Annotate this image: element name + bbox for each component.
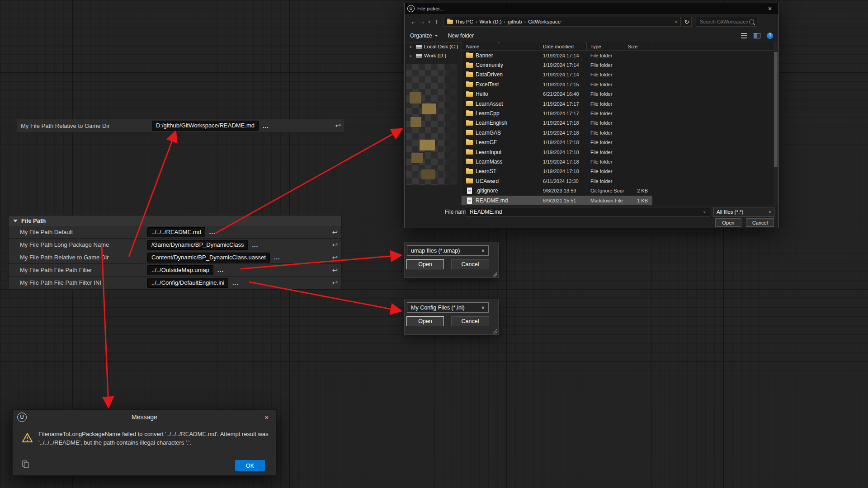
file-path-value-box[interactable]: Content/Dynamic/BP_DynamicClass.uasset [147,253,270,263]
close-icon[interactable]: × [262,413,272,421]
refresh-icon[interactable]: ↻ [682,17,692,27]
column-header-size[interactable]: Size [624,42,652,50]
resize-grip[interactable] [493,272,497,277]
new-folder-button[interactable]: New folder [448,33,474,39]
close-icon[interactable]: × [764,5,776,12]
file-picker-window: U File picker... × ← → ∨ ↑ This PC › Wor… [404,3,779,228]
file-list-row[interactable]: LearnST 1/19/2024 17:18 File folder [462,167,652,176]
help-icon[interactable]: ? [767,33,773,39]
property-row: My File Path File Path Filter INI ../../… [8,277,342,289]
cancel-button[interactable]: Cancel [451,316,489,326]
breadcrumb[interactable]: This PC › Work (D:) › github › GitWorksp… [443,17,681,27]
revert-to-default-icon[interactable]: ↩ [332,228,338,236]
preview-pane-icon[interactable] [754,33,760,38]
file-date-modified: 1/19/2024 17:15 [539,82,587,87]
ok-button[interactable]: OK [235,460,265,471]
file-type: Git Ignore Source ... [587,188,624,193]
file-name-dropdown-chevron-icon[interactable]: ∨ [703,210,706,214]
file-type-icon [467,197,472,204]
property-label: My File Path File Path Filter [20,267,147,273]
file-list-row[interactable]: LearnCpp 1/19/2024 17:17 File folder [462,108,652,118]
cancel-button[interactable]: Cancel [746,218,774,227]
browse-ellipsis-button[interactable]: ... [252,241,258,248]
file-type-icon [466,159,473,164]
file-list-row[interactable]: LearnGF 1/19/2024 17:18 File folder [462,138,652,147]
property-row: My File Path Relative to Game Dir Conten… [8,251,342,264]
file-list-row[interactable]: LearnMass 1/19/2024 17:18 File folder [462,157,652,166]
titlebar[interactable]: U File picker... × [405,3,778,14]
file-list-row[interactable]: DataDriven 1/19/2024 17:14 File folder [462,70,652,80]
unreal-logo-icon: U [17,413,27,422]
expander-icon[interactable]: ▸ [410,54,414,58]
breadcrumb-work-d[interactable]: Work (D:) [478,19,503,24]
vertical-scrollbar[interactable] [774,42,778,205]
breadcrumb-github[interactable]: github [506,19,523,24]
sidebar-item-local-disk-c[interactable]: ▸ Local Disk (C:) [405,42,461,51]
revert-to-default-icon[interactable]: ↩ [332,253,338,262]
open-button[interactable]: Open [406,259,444,269]
file-list-row[interactable]: LearnGAS 1/19/2024 17:18 File folder [462,128,652,137]
sort-ascending-icon: ^ [498,41,500,45]
search-box[interactable] [696,17,757,27]
scrollbar-thumb[interactable] [774,52,778,167]
file-list-row[interactable]: LearnEnglish 1/19/2024 17:18 File folder [462,118,652,128]
organize-button[interactable]: Organize [410,33,438,39]
browse-ellipsis-button[interactable]: ... [209,229,216,235]
breadcrumb-this-pc[interactable]: This PC [453,19,475,24]
recent-locations-chevron-icon[interactable]: ∨ [426,19,432,24]
file-path-value-box[interactable]: /Game/Dynamic/BP_DynamicClass [147,240,248,250]
cancel-button[interactable]: Cancel [451,259,489,269]
section-header-file-path[interactable]: File Path [8,215,342,226]
up-icon[interactable]: ↑ [432,18,441,25]
browse-ellipsis-button[interactable]: ... [232,279,239,286]
file-list-row[interactable]: LearnInput 1/19/2024 17:18 File folder [462,147,652,157]
file-type-filter-select[interactable]: My Config Files (*.ini) ∨ [407,302,489,313]
file-rows: Banner 1/19/2024 17:14 File folder Commu… [462,51,652,205]
file-type-select[interactable]: All files (*.*) ∨ [713,207,774,217]
search-input[interactable] [699,19,749,25]
column-header-date-modified[interactable]: Date modified [539,42,587,50]
breadcrumb-gitworkspace[interactable]: GitWorkspace [527,19,562,24]
file-path-value-box[interactable]: D:/github/GitWorkspace/README.md [152,121,259,131]
titlebar[interactable]: U Message × [13,410,276,424]
column-header-name[interactable]: Name [462,42,539,50]
file-name: LearnAsset [476,101,503,107]
forward-icon[interactable]: → [418,18,426,25]
revert-to-default-icon[interactable]: ↩ [332,266,338,274]
back-icon[interactable]: ← [409,18,418,25]
open-button[interactable]: Open [406,316,444,326]
expander-icon[interactable]: ▸ [410,45,414,49]
message-dialog: U Message × FilenameToLongPackageName fa… [12,409,277,476]
change-view-icon[interactable] [741,33,747,38]
file-path-value-box[interactable]: ../../OutsideMap.umap [147,265,213,275]
file-list-row[interactable]: README.md 6/9/2021 15:51 Markdown File 1… [462,196,652,205]
file-date-modified: 9/8/2023 13:59 [539,188,587,193]
browse-ellipsis-button[interactable]: ... [217,267,224,273]
file-path-value-box[interactable]: ../../Config/DefaultEngine.ini [147,278,228,288]
file-size: 1 KB [624,198,652,203]
file-list-row[interactable]: ExcelTest 1/19/2024 17:15 File folder [462,80,652,89]
browse-ellipsis-button[interactable]: ... [263,122,269,129]
file-name-input[interactable] [466,207,710,217]
resize-grip[interactable] [493,329,497,333]
sidebar-item-work-d[interactable]: ▸ Work (D:) [405,51,461,60]
revert-to-default-icon[interactable]: ↩ [335,122,341,130]
open-button[interactable]: Open [715,218,741,227]
address-dropdown-chevron-icon[interactable]: ∨ [675,19,678,24]
copy-to-clipboard-icon[interactable] [22,460,29,470]
file-list-row[interactable]: Banner 1/19/2024 17:14 File folder [462,51,652,60]
file-list-row[interactable]: Community 1/19/2024 17:14 File folder [462,60,652,70]
file-list-row[interactable]: UCAward 6/11/2024 13:30 File folder [462,176,652,186]
revert-to-default-icon[interactable]: ↩ [332,241,338,249]
file-list-row[interactable]: .gitignore 9/8/2023 13:59 Git Ignore Sou… [462,186,652,195]
dialog-title: Message [13,413,276,421]
file-path-value-box[interactable]: ../../../README.md [147,227,205,237]
browse-ellipsis-button[interactable]: ... [274,254,280,261]
revert-to-default-icon[interactable]: ↩ [332,279,338,287]
file-list-row[interactable]: Hello 6/21/2024 16:40 File folder [462,89,652,99]
column-header-type[interactable]: Type [587,42,624,50]
file-type-filter-select[interactable]: umap files (*.umap) ∨ [407,245,489,256]
file-name: DataDriven [476,71,503,78]
file-list-row[interactable]: LearnAsset 1/19/2024 17:17 File folder [462,99,652,108]
umap-filter-dialog: umap files (*.umap) ∨ Open Cancel [404,242,499,278]
